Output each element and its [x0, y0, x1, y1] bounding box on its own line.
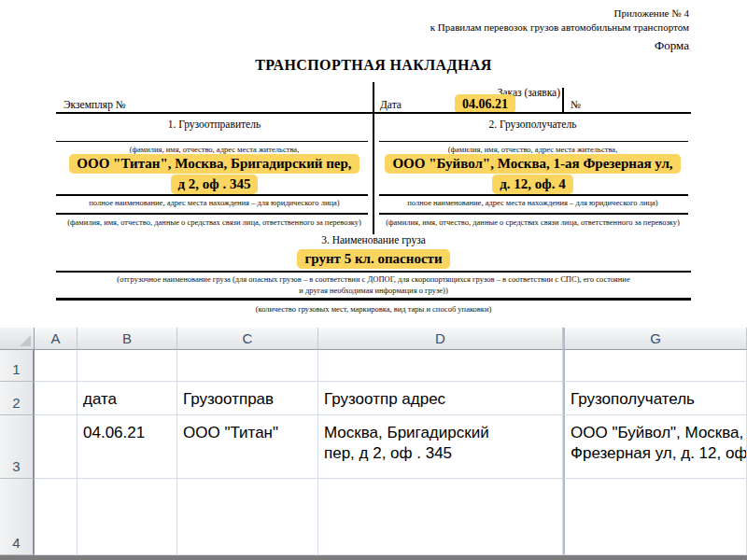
cell-G1[interactable] [563, 350, 747, 382]
receiver-value-line2: д. 12, оф. 4 [492, 175, 572, 194]
section1-title: 1. Грузоотправитель [56, 119, 373, 130]
cell-G3-line2: Фрезерная ул, д. 12, оф. 4 [571, 443, 746, 464]
appendix-line-2: к Правилам перевозок грузов автомобильны… [187, 21, 689, 33]
sender-value-line1: ООО "Титан", Москва, Бригадирский пер, [69, 154, 359, 174]
cell-C1[interactable] [177, 350, 318, 382]
copy-number-label: Экземпляр № [63, 99, 126, 110]
column-header-b[interactable]: B [78, 328, 177, 350]
column-header-a[interactable]: A [35, 328, 78, 350]
number-label: № [571, 99, 581, 110]
cell-G2[interactable]: Грузополучатель [563, 382, 747, 415]
sheet-grid: A B C D G 1 2 дата Грузоотправ Грузоотпр… [0, 328, 747, 555]
sender-hint-contact: (фамилия, имя, отчество, данные о средст… [56, 217, 373, 227]
divider-line [56, 194, 368, 196]
receiver-value-line1: ООО "Буйвол", Москва, 1-ая Фрезерная ул, [385, 154, 680, 174]
cargo-hint-line1: (отгрузочное наименование груза (для опа… [56, 274, 691, 284]
row-header-3[interactable]: 3 [0, 415, 35, 479]
row-header-1[interactable]: 1 [0, 350, 35, 382]
sender-hint-legal: полное наименование, адрес места нахожде… [56, 198, 373, 207]
cell-A1[interactable] [35, 350, 78, 382]
packaging-hint: (количество грузовых мест, маркировка, в… [56, 304, 691, 314]
cell-G3-line1: ООО "Буйвол", Москва, 1-ая [571, 423, 746, 443]
window-bottom-edge [0, 555, 747, 560]
cargo-hint-line2: и другая необходимая информация о грузе)… [56, 286, 691, 295]
form-label: Форма [467, 38, 689, 53]
section2-title: 2. Грузополучатель [374, 119, 691, 130]
cell-G4[interactable] [563, 479, 747, 555]
divider-line [56, 271, 691, 273]
cell-D3-line1: Москва, Бригадирский [324, 423, 562, 443]
cell-A4[interactable] [35, 479, 78, 555]
cell-B2[interactable]: дата [78, 382, 177, 415]
cell-C3[interactable]: ООО "Титан" [177, 415, 318, 479]
cell-B1[interactable] [78, 350, 177, 382]
document-title: ТРАНСПОРТНАЯ НАКЛАДНАЯ [0, 57, 747, 74]
divider-line [56, 112, 691, 114]
waybill-document: Приложение № 4 к Правилам перевозок груз… [0, 0, 747, 322]
divider-line [379, 213, 688, 215]
cell-D3[interactable]: Москва, Бригадирский пер, д 2, оф . 345 [318, 415, 563, 479]
cell-D1[interactable] [318, 350, 563, 382]
date-label: Дата [380, 99, 402, 110]
cargo-value-highlighted: грунт 5 кл. опасности [297, 249, 449, 269]
divider-line [56, 298, 691, 301]
sender-value-line2: д 2, оф . 345 [171, 175, 259, 194]
row-header-4[interactable]: 4 [0, 479, 35, 555]
receiver-hint-contact: (фамилия, имя, отчество, данные о средст… [374, 217, 691, 227]
row-header-2[interactable]: 2 [0, 382, 35, 415]
receiver-hint-legal: полное наименование, адрес места нахожде… [374, 198, 691, 207]
cell-D4[interactable] [318, 479, 563, 555]
sender-hint-top: (фамилия, имя, отчество, адрес места жит… [56, 145, 373, 154]
cell-G3[interactable]: ООО "Буйвол", Москва, 1-ая Фрезерная ул,… [563, 415, 747, 479]
cell-D3-line2: пер, д 2, оф . 345 [324, 443, 562, 464]
spreadsheet: A B C D G 1 2 дата Грузоотправ Грузоотпр… [0, 322, 747, 560]
select-all-corner[interactable] [0, 328, 35, 350]
cell-A3[interactable] [35, 415, 78, 479]
date-value-highlighted: 04.06.21 [455, 94, 515, 114]
column-header-c[interactable]: C [177, 328, 318, 350]
cell-C2[interactable]: Грузоотправ [177, 382, 318, 415]
appendix-line-1: Приложение № 4 [280, 7, 689, 19]
divider-line [56, 213, 368, 215]
divider-line [379, 194, 688, 196]
cell-B4[interactable] [78, 479, 177, 555]
number-divider-line [562, 88, 564, 113]
column-header-d[interactable]: D [318, 328, 563, 350]
column-header-g[interactable]: G [563, 328, 747, 350]
divider-line [379, 141, 688, 142]
cell-C4[interactable] [177, 479, 318, 555]
section3-title: 3. Наименование груза [0, 234, 747, 245]
cell-D2[interactable]: Грузоотпр адрес [318, 382, 563, 415]
receiver-hint-top: (фамилия, имя, отчество, адрес места жит… [374, 145, 691, 154]
cell-B3[interactable]: 04.06.21 [78, 415, 177, 479]
divider-line [56, 141, 368, 142]
cell-A2[interactable] [35, 382, 78, 415]
